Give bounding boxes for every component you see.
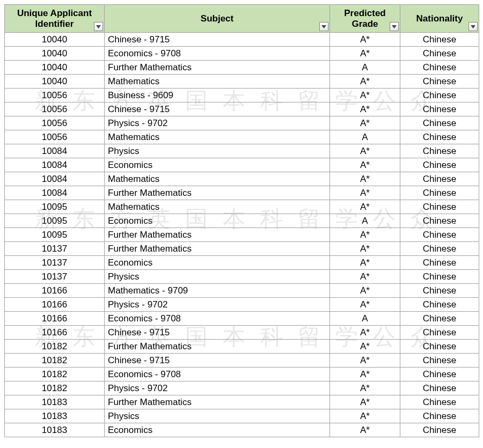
cell-grade: A	[330, 312, 400, 326]
table-row: 10040Chinese - 9715A*Chinese	[5, 33, 479, 47]
filter-button-grade[interactable]	[390, 22, 399, 31]
cell-nationality: Chinese	[400, 102, 479, 116]
cell-id: 10084	[5, 186, 105, 200]
header-subject: Subject	[105, 5, 330, 33]
cell-subject: Economics	[105, 423, 330, 437]
cell-grade: A*	[330, 381, 400, 395]
cell-id: 10137	[5, 242, 105, 256]
table-row: 10084EconomicsA*Chinese	[5, 158, 479, 172]
cell-grade: A*	[330, 298, 400, 312]
cell-grade: A*	[330, 102, 400, 116]
cell-id: 10084	[5, 158, 105, 172]
svg-marker-0	[96, 25, 101, 28]
header-subject-label: Subject	[199, 13, 236, 24]
cell-id: 10166	[5, 326, 105, 340]
table-row: 10166Economics - 9708AChinese	[5, 312, 479, 326]
cell-nationality: Chinese	[400, 172, 479, 186]
cell-id: 10056	[5, 130, 105, 144]
cell-subject: Physics - 9702	[105, 116, 330, 130]
table-row: 10137EconomicsA*Chinese	[5, 256, 479, 270]
cell-id: 10166	[5, 284, 105, 298]
cell-grade: A*	[330, 354, 400, 368]
cell-id: 10182	[5, 354, 105, 368]
cell-id: 10095	[5, 228, 105, 242]
applicant-table: Unique Applicant Identifier Subject Pred…	[4, 4, 479, 437]
cell-nationality: Chinese	[400, 312, 479, 326]
filter-button-subject[interactable]	[319, 22, 328, 31]
table-row: 10182Physics - 9702A*Chinese	[5, 381, 479, 395]
header-nationality-label: Nationality	[414, 13, 465, 24]
table-row: 10056Chinese - 9715A*Chinese	[5, 102, 479, 116]
cell-subject: Physics	[105, 270, 330, 284]
cell-nationality: Chinese	[400, 298, 479, 312]
cell-id: 10183	[5, 395, 105, 409]
cell-nationality: Chinese	[400, 33, 479, 47]
table-row: 10137PhysicsA*Chinese	[5, 270, 479, 284]
cell-nationality: Chinese	[400, 423, 479, 437]
cell-grade: A*	[330, 242, 400, 256]
cell-grade: A*	[330, 256, 400, 270]
cell-id: 10182	[5, 340, 105, 354]
cell-id: 10040	[5, 33, 105, 47]
cell-nationality: Chinese	[400, 214, 479, 228]
cell-id: 10166	[5, 312, 105, 326]
cell-grade: A*	[330, 33, 400, 47]
chevron-down-icon	[471, 25, 475, 28]
cell-nationality: Chinese	[400, 242, 479, 256]
cell-subject: Chinese - 9715	[105, 326, 330, 340]
cell-subject: Chinese - 9715	[105, 33, 330, 47]
cell-nationality: Chinese	[400, 47, 479, 61]
filter-button-id[interactable]	[94, 22, 103, 31]
cell-grade: A*	[330, 270, 400, 284]
header-nationality: Nationality	[400, 5, 479, 33]
cell-grade: A	[330, 130, 400, 144]
cell-id: 10166	[5, 298, 105, 312]
cell-subject: Further Mathematics	[105, 242, 330, 256]
cell-nationality: Chinese	[400, 186, 479, 200]
cell-subject: Mathematics	[105, 130, 330, 144]
cell-nationality: Chinese	[400, 200, 479, 214]
table-row: 10095MathematicsA*Chinese	[5, 200, 479, 214]
cell-subject: Further Mathematics	[105, 340, 330, 354]
cell-subject: Chinese - 9715	[105, 354, 330, 368]
cell-subject: Mathematics	[105, 200, 330, 214]
cell-subject: Mathematics	[105, 75, 330, 89]
table-row: 10137Further MathematicsA*Chinese	[5, 242, 479, 256]
chevron-down-icon	[392, 25, 397, 28]
table-row: 10095EconomicsAChinese	[5, 214, 479, 228]
cell-id: 10084	[5, 144, 105, 158]
filter-button-nationality[interactable]	[469, 22, 478, 31]
cell-id: 10182	[5, 381, 105, 395]
cell-subject: Physics - 9702	[105, 298, 330, 312]
cell-nationality: Chinese	[400, 368, 479, 381]
table-header-row: Unique Applicant Identifier Subject Pred…	[5, 5, 479, 33]
table-row: 10084PhysicsA*Chinese	[5, 144, 479, 158]
cell-nationality: Chinese	[400, 326, 479, 340]
table-row: 10182Economics - 9708A*Chinese	[5, 368, 479, 381]
cell-nationality: Chinese	[400, 144, 479, 158]
cell-grade: A*	[330, 284, 400, 298]
cell-nationality: Chinese	[400, 354, 479, 368]
cell-subject: Physics	[105, 144, 330, 158]
cell-subject: Physics	[105, 409, 330, 423]
cell-subject: Mathematics	[105, 172, 330, 186]
cell-grade: A*	[330, 172, 400, 186]
cell-nationality: Chinese	[400, 409, 479, 423]
cell-grade: A*	[330, 340, 400, 354]
table-row: 10183EconomicsA*Chinese	[5, 423, 479, 437]
cell-subject: Economics - 9708	[105, 312, 330, 326]
cell-id: 10040	[5, 61, 105, 75]
cell-id: 10084	[5, 172, 105, 186]
cell-subject: Physics - 9702	[105, 381, 330, 395]
cell-id: 10137	[5, 270, 105, 284]
cell-subject: Further Mathematics	[105, 186, 330, 200]
cell-grade: A	[330, 214, 400, 228]
cell-id: 10183	[5, 409, 105, 423]
cell-grade: A*	[330, 423, 400, 437]
cell-grade: A*	[330, 228, 400, 242]
svg-marker-1	[321, 25, 326, 28]
cell-grade: A*	[330, 75, 400, 89]
cell-id: 10183	[5, 423, 105, 437]
cell-nationality: Chinese	[400, 75, 479, 89]
table-row: 10182Further MathematicsA*Chinese	[5, 340, 479, 354]
